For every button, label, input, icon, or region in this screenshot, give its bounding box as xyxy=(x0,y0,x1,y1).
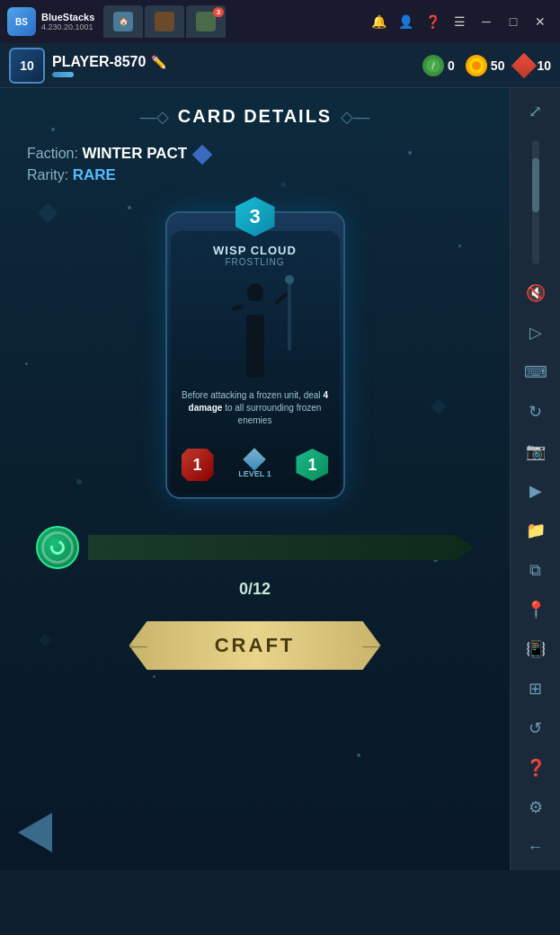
player-level-number: 10 xyxy=(20,58,34,73)
minimize-icon[interactable]: ─ xyxy=(477,13,495,31)
player-level-badge: 10 xyxy=(9,48,45,84)
card-name: WISP CLOUD xyxy=(213,244,297,257)
sidebar-shake-icon[interactable]: 📳 xyxy=(521,635,550,663)
sidebar-cursor-icon[interactable]: ▷ xyxy=(521,318,550,347)
bluestacks-logo: BS xyxy=(7,7,36,36)
help-icon[interactable]: ❓ xyxy=(423,13,441,31)
creature-body xyxy=(246,315,264,378)
back-triangle-icon xyxy=(18,813,52,852)
player-info: PLAYER-8570 ✏️ xyxy=(52,54,166,77)
creature-staff xyxy=(288,279,291,351)
faction-icon xyxy=(191,144,212,165)
attack-value: 1 xyxy=(192,456,201,475)
tab-game[interactable] xyxy=(145,5,184,38)
main-content: —◇ CARD DETAILS ◇— Faction: WINTER PACT … xyxy=(0,88,510,870)
craft-button-text: CRAFT xyxy=(215,634,296,657)
craft-deco-right: —◇ xyxy=(363,637,388,654)
close-icon[interactable]: ✕ xyxy=(531,13,549,31)
bluestacks-name: BlueStacks xyxy=(41,12,94,22)
sidebar-folder-icon[interactable]: 📁 xyxy=(521,516,550,545)
xp-fill xyxy=(52,72,74,77)
section-title: CARD DETAILS xyxy=(178,106,332,127)
notification-badge: 3 xyxy=(213,7,224,17)
header-deco-right: ◇— xyxy=(341,107,369,127)
tab-home[interactable]: 🏠 xyxy=(103,5,143,38)
card-inner: WISP CLOUD FROSTLING Before attacki xyxy=(171,231,340,494)
craft-button[interactable]: ◇— CRAFT —◇ xyxy=(129,621,381,670)
edit-icon[interactable]: ✏️ xyxy=(151,55,166,69)
defense-badge: 1 xyxy=(296,449,328,481)
card-cost-value: 3 xyxy=(249,205,260,228)
sidebar-screenshot-icon[interactable]: 📷 xyxy=(521,437,550,466)
player-name: PLAYER-8570 xyxy=(52,54,146,70)
progress-bar-container xyxy=(88,535,474,560)
creature-arm-left xyxy=(231,305,243,312)
gold-icon xyxy=(466,55,487,76)
craft-section: ◇— CRAFT —◇ xyxy=(0,608,510,683)
sidebar-mute-icon[interactable]: 🔇 xyxy=(521,279,550,307)
game-card: 3 WISP CLOUD FROSTLING xyxy=(165,211,345,499)
level-diamond-icon xyxy=(244,448,266,470)
creature-staff-top xyxy=(285,275,294,284)
sidebar-link-icon[interactable]: ⊞ xyxy=(521,674,550,703)
bluestacks-info: BlueStacks 4.230.20.1001 xyxy=(41,12,94,31)
spirit-amount: 0 xyxy=(448,58,455,73)
right-sidebar: ⤢ 🔇 ▷ ⌨ ↻ 📷 ▶ 📁 ⧉ 📍 📳 ⊞ ↺ ❓ ⚙ ← xyxy=(510,88,560,870)
progress-section: 0/12 xyxy=(0,517,510,608)
profile-icon[interactable]: 👤 xyxy=(396,13,414,31)
maximize-icon[interactable]: □ xyxy=(504,13,522,31)
rarity-name: RARE xyxy=(73,166,116,183)
ability-text-after: to all surrounding frozen enemies xyxy=(222,403,321,425)
section-header: —◇ CARD DETAILS ◇— xyxy=(0,88,510,136)
bluestacks-topbar: BS BlueStacks 4.230.20.1001 🏠 3 🔔 👤 ❓ ☰ … xyxy=(0,0,560,43)
spirit-icon xyxy=(422,55,444,76)
card-art xyxy=(178,274,333,382)
sidebar-back-icon[interactable]: ← xyxy=(521,833,550,861)
progress-icon-inner xyxy=(48,538,67,557)
currency-group: 0 50 10 xyxy=(422,55,551,76)
sidebar-expand-icon[interactable]: ⤢ xyxy=(521,97,550,126)
gold-amount: 50 xyxy=(491,58,505,73)
level-badge: LEVEL 1 xyxy=(238,451,271,478)
sidebar-keyboard-icon[interactable]: ⌨ xyxy=(521,358,550,387)
player-bar: 10 PLAYER-8570 ✏️ 0 xyxy=(0,43,560,88)
topbar-icons: 🔔 👤 ❓ ☰ ─ □ ✕ xyxy=(369,13,553,31)
bell-icon[interactable]: 🔔 xyxy=(369,13,387,31)
sidebar-sync-icon[interactable]: ↺ xyxy=(521,714,550,743)
sidebar-video-icon[interactable]: ▶ xyxy=(521,476,550,505)
svg-point-2 xyxy=(472,61,481,70)
xp-bar xyxy=(52,72,124,77)
card-info: Faction: WINTER PACT Rarity: RARE xyxy=(0,136,510,193)
sidebar-settings-icon[interactable]: ⚙ xyxy=(521,793,550,822)
scrollbar-thumb xyxy=(532,158,539,212)
menu-icon[interactable]: ☰ xyxy=(450,13,468,31)
card-bottom-stats: 1 LEVEL 1 1 xyxy=(178,445,333,485)
rarity-label: Rarity: xyxy=(27,167,68,183)
bluestacks-version: 4.230.20.1001 xyxy=(41,22,94,31)
header-deco-left: —◇ xyxy=(140,107,169,127)
back-button[interactable] xyxy=(18,813,52,852)
defense-value: 1 xyxy=(307,456,316,475)
tab-game-icon xyxy=(155,12,174,31)
creature-head xyxy=(247,283,263,301)
scrollbar[interactable] xyxy=(532,140,539,264)
faction-line: Faction: WINTER PACT xyxy=(27,145,483,163)
gem-amount: 10 xyxy=(537,58,551,73)
level-text: LEVEL 1 xyxy=(238,469,271,478)
faction-label: Faction: xyxy=(27,146,78,161)
card-creature-silhouette xyxy=(228,279,282,378)
currency-gold: 50 xyxy=(466,55,505,76)
rarity-line: Rarity: RARE xyxy=(27,166,483,184)
sidebar-rotate-icon[interactable]: ↻ xyxy=(521,397,550,426)
card-ability: Before attacking a frozen unit, deal 4 d… xyxy=(178,386,333,431)
sidebar-help-icon[interactable]: ❓ xyxy=(521,753,550,782)
sidebar-location-icon[interactable]: 📍 xyxy=(521,595,550,624)
ability-text-before: Before attacking a frozen unit, deal xyxy=(182,390,323,400)
sidebar-copy-icon[interactable]: ⧉ xyxy=(521,556,550,584)
tab-home-icon: 🏠 xyxy=(113,12,133,31)
progress-row xyxy=(36,526,474,569)
app-tabs: 🏠 3 xyxy=(103,5,226,38)
card-container: 3 WISP CLOUD FROSTLING xyxy=(0,211,510,499)
card-subname: FROSTLING xyxy=(225,257,284,267)
tab-store[interactable]: 3 xyxy=(186,5,226,38)
